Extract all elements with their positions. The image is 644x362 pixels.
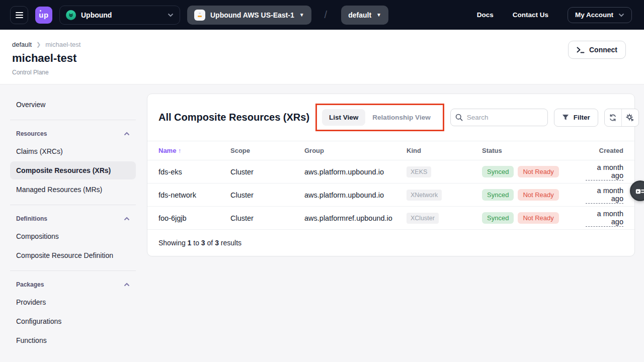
contact-us-link[interactable]: Contact Us xyxy=(513,11,548,19)
logo-dot xyxy=(40,10,41,12)
column-header-created[interactable]: Created xyxy=(586,147,623,154)
gear-play-icon xyxy=(626,114,634,122)
cell-scope: Cluster xyxy=(230,191,304,199)
list-view-tab[interactable]: List View xyxy=(322,109,365,126)
chevron-down-icon xyxy=(168,13,174,17)
cell-name[interactable]: fds-eks xyxy=(158,168,230,176)
cell-name[interactable]: foo-6jgjb xyxy=(158,214,230,222)
status-badge-synced: Synced xyxy=(482,189,514,201)
breadcrumb-default[interactable]: default xyxy=(12,41,32,48)
control-plane-dropdown[interactable]: Upbound AWS US-East-1 ▼ xyxy=(187,6,311,25)
cell-group: aws.platform.upbound.io xyxy=(304,191,407,199)
page-subtitle: Control Plane xyxy=(12,69,626,76)
connect-label: Connect xyxy=(589,46,617,54)
results-to: 3 xyxy=(201,239,205,247)
sidebar-section-packages[interactable]: Packages xyxy=(10,277,136,292)
organization-avatar-icon xyxy=(66,10,76,20)
table-actions-group xyxy=(604,109,639,127)
sidebar-item-composite-resources[interactable]: Composite Resources (XRs) xyxy=(10,161,136,179)
column-header-status[interactable]: Status xyxy=(482,147,586,154)
table-row[interactable]: fds-network Cluster aws.platform.upbound… xyxy=(147,184,634,207)
table-results-summary: Showing 1 to 3 of 3 results xyxy=(147,230,634,256)
refresh-icon xyxy=(609,114,617,122)
cell-group: aws.platformref.upbound.io xyxy=(304,214,407,222)
sidebar-item-configurations[interactable]: Configurations xyxy=(10,312,136,330)
relationship-view-tab[interactable]: Relationship View xyxy=(365,109,437,126)
control-plane-icon xyxy=(194,10,205,21)
sidebar-item-managed-resources[interactable]: Managed Resources (MRs) xyxy=(10,180,136,199)
my-account-label: My Account xyxy=(575,11,613,19)
divider xyxy=(10,205,136,205)
search-icon xyxy=(455,114,463,121)
annotation-icon xyxy=(635,187,644,195)
caret-down-icon: ▼ xyxy=(376,12,381,18)
caret-down-icon: ▼ xyxy=(299,12,304,18)
upbound-logo[interactable]: up xyxy=(35,7,52,24)
breadcrumb-michael-test: michael-test xyxy=(45,41,80,48)
sidebar-item-overview[interactable]: Overview xyxy=(10,96,136,114)
control-plane-name: Upbound AWS US-East-1 xyxy=(210,11,294,19)
status-badge-not-ready: Not Ready xyxy=(518,212,558,224)
sidebar-item-functions[interactable]: Functions xyxy=(10,331,136,349)
status-badge-not-ready: Not Ready xyxy=(518,166,558,177)
docs-link[interactable]: Docs xyxy=(477,11,494,19)
sidebar-item-xrd[interactable]: Composite Resource Definition xyxy=(10,246,136,264)
card-header: All Composite Resources (XRs) List View … xyxy=(147,94,634,141)
status-badge-not-ready: Not Ready xyxy=(518,189,558,201)
table-row[interactable]: foo-6jgjb Cluster aws.platformref.upboun… xyxy=(147,207,634,230)
table-row[interactable]: fds-eks Cluster aws.platform.upbound.io … xyxy=(147,160,634,184)
organization-dropdown[interactable]: Upbound xyxy=(59,6,180,25)
chevron-up-icon xyxy=(124,132,130,136)
hamburger-menu-button[interactable] xyxy=(10,6,28,24)
kind-badge: XEKS xyxy=(407,166,431,177)
page-header: default ❯ michael-test michael-test Cont… xyxy=(0,30,644,84)
view-toggle-annotation-box: List View Relationship View xyxy=(315,104,444,131)
sidebar-item-compositions[interactable]: Compositions xyxy=(10,227,136,245)
created-timestamp[interactable]: a month ago xyxy=(586,187,623,204)
results-total: 3 xyxy=(215,239,219,247)
hamburger-icon xyxy=(16,12,23,13)
created-timestamp[interactable]: a month ago xyxy=(586,210,623,227)
search-box xyxy=(450,109,548,126)
connect-button[interactable]: Connect xyxy=(568,41,626,59)
column-header-group[interactable]: Group xyxy=(304,147,407,154)
status-badge-synced: Synced xyxy=(482,212,514,224)
refresh-button[interactable] xyxy=(605,109,621,126)
column-header-kind[interactable]: Kind xyxy=(407,147,482,154)
chevron-up-icon xyxy=(124,217,130,221)
breadcrumb: default ❯ michael-test xyxy=(12,41,626,48)
organization-name: Upbound xyxy=(81,11,163,19)
divider xyxy=(10,120,136,120)
my-account-dropdown[interactable]: My Account xyxy=(568,7,632,23)
filter-funnel-icon xyxy=(562,114,569,121)
cell-name[interactable]: fds-network xyxy=(158,191,230,199)
column-header-name[interactable]: Name ↑ xyxy=(158,147,230,154)
status-badge-synced: Synced xyxy=(482,166,514,177)
sidebar-item-claims[interactable]: Claims (XRCs) xyxy=(10,142,136,160)
content-area: Overview Resources Claims (XRCs) Composi… xyxy=(0,84,644,350)
created-timestamp[interactable]: a month ago xyxy=(586,163,623,180)
chevron-up-icon xyxy=(124,283,130,287)
navbar-right: Docs Contact Us My Account xyxy=(477,7,632,23)
filter-button[interactable]: Filter xyxy=(554,109,598,127)
breadcrumb-chevron-icon: ❯ xyxy=(36,41,41,48)
sidebar-section-resources[interactable]: Resources xyxy=(10,126,136,141)
cell-scope: Cluster xyxy=(230,168,304,176)
divider xyxy=(10,270,136,271)
composite-resources-card: All Composite Resources (XRs) List View … xyxy=(147,94,635,256)
top-navbar: up Upbound Upbound AWS US-East-1 ▼ / def… xyxy=(0,0,644,30)
sidebar-section-definitions[interactable]: Definitions xyxy=(10,211,136,226)
filter-label: Filter xyxy=(574,114,590,121)
sidebar: Overview Resources Claims (XRCs) Composi… xyxy=(10,95,136,350)
section-title: Packages xyxy=(16,281,44,288)
column-header-scope[interactable]: Scope xyxy=(230,147,304,154)
group-dropdown[interactable]: default ▼ xyxy=(341,6,388,25)
pipeline-run-button[interactable] xyxy=(622,109,638,126)
cell-scope: Cluster xyxy=(230,214,304,222)
sidebar-item-providers[interactable]: Providers xyxy=(10,293,136,311)
group-name: default xyxy=(348,11,371,19)
page-title: michael-test xyxy=(12,52,626,65)
search-input[interactable] xyxy=(450,109,548,126)
kind-badge: XNetwork xyxy=(407,190,442,201)
path-separator: / xyxy=(325,9,328,21)
